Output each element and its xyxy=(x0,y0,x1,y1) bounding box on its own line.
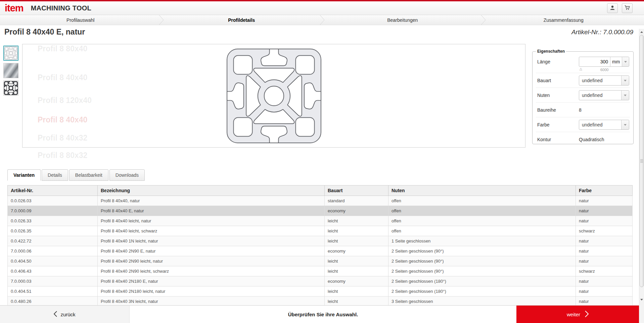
nuten-dropdown-button[interactable] xyxy=(621,91,629,100)
variant-row[interactable]: 0.0.404.51 Profil 8 40x40 2N180 leicht, … xyxy=(8,286,633,297)
cell-nuten: 2 Seiten geschlossen (90°) xyxy=(388,256,576,266)
table-body: 0.0.026.03 Profil 8 40x40, natur standar… xyxy=(8,196,633,307)
cell-farbe: natur xyxy=(576,216,633,226)
user-account-button[interactable] xyxy=(607,3,618,13)
tab-label: Varianten xyxy=(13,172,35,178)
chevron-down-icon xyxy=(624,61,627,64)
profile-photo xyxy=(4,63,18,78)
bauart-select[interactable]: undefined xyxy=(579,75,629,86)
length-max-value: 6000 xyxy=(600,68,608,72)
cell-farbe: natur xyxy=(576,206,633,216)
cell-bezeichnung: Profil 8 40x40 E, natur xyxy=(98,206,325,216)
variant-row[interactable]: 0.0.480.26 Profil 8 40x40 3N leicht, nat… xyxy=(8,297,633,307)
cell-bauart: leicht xyxy=(325,236,388,246)
cell-farbe: natur xyxy=(576,297,633,307)
ghost-list-item: Profil 8 80x32 xyxy=(38,151,87,160)
variant-row[interactable]: 0.0.026.03 Profil 8 40x40, natur standar… xyxy=(8,196,633,206)
variant-row[interactable]: 0.0.026.33 Profil 8 40x40 leicht, natur … xyxy=(8,216,633,226)
table-header-row: Artikel-Nr.BezeichnungBauartNutenFarbe xyxy=(8,185,633,196)
cell-bauart: leicht xyxy=(325,226,388,236)
cell-bauart: economy xyxy=(325,276,388,286)
cell-bezeichnung: Profil 8 40x40 2N90 leicht, natur xyxy=(98,256,325,266)
cell-artikel-nr: 0.0.480.26 xyxy=(8,297,98,307)
back-button[interactable]: zurück xyxy=(0,306,130,323)
app-header: item MACHINING TOOL xyxy=(0,1,644,15)
scrollbar-thumb[interactable] xyxy=(640,35,644,287)
scroll-down-arrow[interactable] xyxy=(639,297,644,302)
cell-bauart: leicht xyxy=(325,286,388,297)
user-icon xyxy=(609,5,615,12)
property-row-baureihe: Baureihe 8 xyxy=(536,103,630,117)
cell-nuten: 2 Seiten geschlossen (90°) xyxy=(388,266,576,276)
next-button-label: weiter xyxy=(567,312,580,317)
machining-tool-app: { "header": { "logo": "item", "app_title… xyxy=(0,0,644,323)
cell-bauart: leicht xyxy=(325,297,388,307)
variant-row[interactable]: 7.0.000.03 Profil 8 40x40 2N180 E, natur… xyxy=(8,276,633,286)
cell-artikel-nr: 7.0.000.06 xyxy=(8,246,98,256)
wizard-step[interactable]: Bearbeitungen xyxy=(322,15,483,25)
cell-artikel-nr: 0.0.026.33 xyxy=(8,216,98,226)
cell-farbe: natur xyxy=(576,246,633,256)
cell-farbe: schwarz xyxy=(576,266,633,276)
tab-label: Details xyxy=(48,172,62,178)
tab[interactable]: Details xyxy=(42,169,68,181)
cell-bezeichnung: Profil 8 40x40 2N90 leicht, schwarz xyxy=(98,266,325,276)
thumbnail-cross-section-dark[interactable] xyxy=(3,80,18,96)
thumbnail-3d-photo[interactable] xyxy=(3,63,18,78)
length-input[interactable] xyxy=(579,57,610,66)
variant-row[interactable]: 7.0.000.09 Profil 8 40x40 E, natur econo… xyxy=(8,206,633,216)
tab[interactable]: Belastbarkeit xyxy=(69,169,108,181)
tab[interactable]: Downloads xyxy=(109,169,145,181)
cart-button[interactable] xyxy=(622,3,633,13)
variant-row[interactable]: 0.0.026.35 Profil 8 40x40 leicht, schwar… xyxy=(8,226,633,236)
tab[interactable]: Varianten xyxy=(7,169,41,181)
kontur-label: Kontur xyxy=(537,137,551,142)
footer-bar: zurück Überprüfen Sie ihre Auswahl. weit… xyxy=(0,305,639,323)
triangle-down-icon xyxy=(640,299,643,302)
cell-bezeichnung: Profil 8 40x40 2N180 E, natur xyxy=(98,276,325,286)
kontur-value: Quadratisch xyxy=(579,137,604,142)
length-slider: △ 6000 xyxy=(579,67,629,72)
variant-row[interactable]: 0.0.422.72 Profil 8 40x40 1N leicht, nat… xyxy=(8,236,633,246)
scroll-up-arrow[interactable] xyxy=(639,30,644,34)
farbe-select[interactable]: undefined xyxy=(579,120,629,130)
length-slider-handle[interactable]: △ xyxy=(580,67,582,71)
cell-bezeichnung: Profil 8 40x40 1N leicht, natur xyxy=(98,236,325,246)
vertical-scrollbar[interactable] xyxy=(639,29,644,323)
wizard-step[interactable]: Zusammenfassung xyxy=(483,15,644,25)
wizard-step[interactable]: Profilauswahl xyxy=(0,15,161,25)
cell-bezeichnung: Profil 8 40x40 leicht, schwarz xyxy=(98,226,325,236)
chevron-down-icon xyxy=(624,80,627,83)
wizard-step[interactable]: Profildetails xyxy=(161,15,322,25)
bauart-dropdown-button[interactable] xyxy=(621,76,629,85)
nuten-label: Nuten xyxy=(537,93,550,98)
variant-row[interactable]: 7.0.000.06 Profil 8 40x40 2N90 E, natur … xyxy=(8,246,633,256)
scrollbar-grip-icon xyxy=(640,159,643,163)
cell-farbe: schwarz xyxy=(576,226,633,236)
chevron-right-icon xyxy=(481,15,486,25)
cell-artikel-nr: 0.0.026.35 xyxy=(8,226,98,236)
back-button-label: zurück xyxy=(60,312,75,317)
column-header: Artikel-Nr. xyxy=(8,185,98,196)
article-number: Artikel-Nr.: 7.0.000.09 xyxy=(571,29,633,36)
header-icons xyxy=(607,3,633,13)
profile-cross-section-image xyxy=(225,47,323,145)
length-input-group: mm xyxy=(579,57,629,67)
variant-row[interactable]: 0.0.406.43 Profil 8 40x40 2N90 leicht, s… xyxy=(8,266,633,276)
profile-image-panel xyxy=(22,44,525,148)
next-button[interactable]: weiter xyxy=(516,306,639,323)
chevron-left-icon xyxy=(54,311,57,318)
farbe-dropdown-button[interactable] xyxy=(621,120,629,129)
nuten-select[interactable]: undefined xyxy=(579,90,629,100)
thumbnail-cross-section[interactable] xyxy=(3,46,18,61)
cell-bauart: standard xyxy=(325,196,388,206)
chevron-right-icon xyxy=(585,311,589,318)
property-row-kontur: Kontur Quadratisch xyxy=(536,132,630,147)
variants-table: Artikel-Nr.BezeichnungBauartNutenFarbe 0… xyxy=(7,185,633,307)
column-header: Nuten xyxy=(388,185,576,196)
length-dropdown-button[interactable] xyxy=(622,57,629,66)
wizard-step-label: Profildetails xyxy=(228,17,255,23)
farbe-label: Farbe xyxy=(537,122,550,127)
variant-row[interactable]: 0.0.404.50 Profil 8 40x40 2N90 leicht, n… xyxy=(8,256,633,266)
detail-tabs: Varianten Details Belastbarkeit Download… xyxy=(7,169,145,181)
